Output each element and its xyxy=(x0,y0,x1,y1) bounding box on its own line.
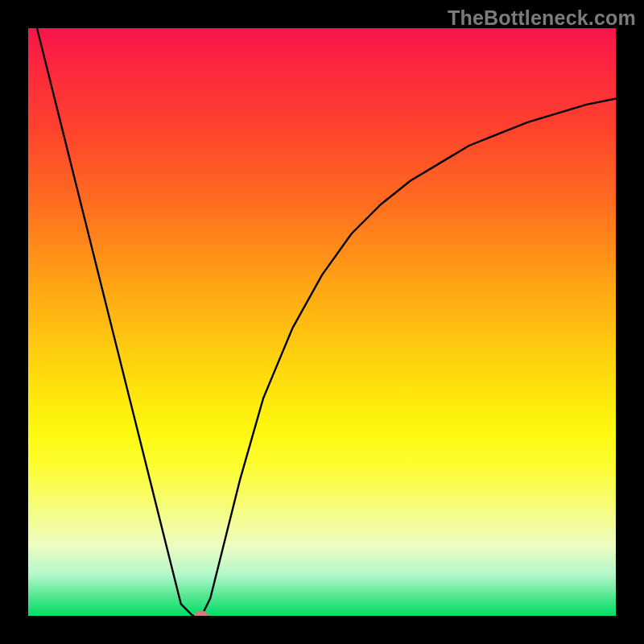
bottleneck-chart: TheBottleneck.com xyxy=(0,0,644,644)
bottleneck-curve-path xyxy=(28,28,616,616)
watermark-text: TheBottleneck.com xyxy=(448,6,636,30)
plot-area xyxy=(28,28,616,616)
optimal-marker xyxy=(194,611,208,617)
curve-layer xyxy=(28,28,616,616)
